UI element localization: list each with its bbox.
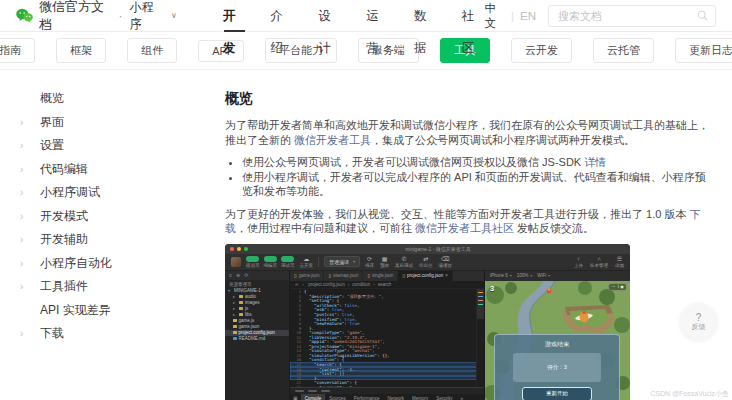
- search-input[interactable]: [556, 9, 697, 23]
- toggle-label: 调试器: [281, 263, 295, 268]
- sidebar-item[interactable]: › API 实现差异: [0, 299, 211, 323]
- sidebar-item[interactable]: › 工具插件: [0, 275, 211, 299]
- cloud-label: 云开发: [300, 263, 314, 268]
- minimize-window-icon: [237, 247, 241, 251]
- maximize-window-icon: [244, 247, 248, 251]
- nav-item[interactable]: 介绍: [271, 0, 294, 32]
- sidebar-item[interactable]: › 下载: [0, 322, 211, 346]
- chevron-right-icon: ›: [20, 187, 23, 198]
- watermark: CSDN @FossaVuciz小鱼: [650, 389, 729, 399]
- action-icon: ✆: [402, 256, 407, 263]
- editor-tab: {} game.json ×: [290, 271, 324, 281]
- sidebar-item[interactable]: › 代码编辑: [0, 158, 211, 182]
- sidebar-item[interactable]: › 界面: [0, 111, 211, 135]
- detail-link[interactable]: 详情: [584, 156, 606, 168]
- simulator: iPhone 6 ▾ 100% ▾ WiFi ▾: [484, 271, 630, 400]
- toolbar-action: ☰ 详情: [615, 256, 624, 268]
- chevron-right-icon: ›: [20, 164, 23, 175]
- chevron-expanded-icon: ▾: [228, 288, 232, 293]
- action-label: 详情: [615, 263, 624, 268]
- tab-label: sitemap.json: [333, 273, 358, 278]
- devtools-link[interactable]: 微信开发者工具: [294, 134, 371, 146]
- json-file-icon: {}: [402, 273, 405, 278]
- debugger-tab: Console: [301, 394, 326, 400]
- section-tab[interactable]: 云托管: [593, 38, 654, 63]
- section-tab[interactable]: 框架: [56, 38, 106, 63]
- editor-tab: {} project.config.json ×: [398, 271, 453, 281]
- ide-window-title: minigame-1 - 微信开发者工具: [251, 246, 625, 252]
- nav-item[interactable]: 运营: [366, 0, 389, 32]
- devtools-screenshot: minigame-1 - 微信开发者工具 模拟器 编辑器: [225, 244, 630, 400]
- compile-mode-label: 普通编译: [329, 259, 349, 265]
- sidebar-item[interactable]: › 开发辅助: [0, 228, 211, 252]
- chevron-right-icon: ›: [20, 258, 23, 269]
- nav-item[interactable]: 设计: [318, 0, 341, 32]
- toggle-label: 编辑器: [264, 263, 278, 268]
- tab-label: single.json: [372, 273, 393, 278]
- section-tab[interactable]: 更新日志: [675, 38, 732, 63]
- action-label: 清缓存: [439, 263, 453, 268]
- toggle-pill-icon: [264, 256, 277, 262]
- tab-label: project.config.json: [407, 273, 443, 278]
- chevron-right-icon: ›: [20, 117, 23, 128]
- lang-en[interactable]: EN: [520, 10, 536, 22]
- brand[interactable]: 微信官方文档 · 小程序 ∨: [16, 0, 177, 34]
- file-label: game.json: [239, 324, 260, 329]
- community-link[interactable]: 微信开发者工具社区: [415, 222, 514, 234]
- file-label: README.md: [239, 336, 266, 341]
- nav-item[interactable]: 数据: [414, 0, 437, 32]
- debugger-panel: ▣ ConsoleSourcesPerformanceNetworkMemory…: [290, 387, 484, 400]
- nav-item[interactable]: 开发: [223, 0, 246, 32]
- ide-toolbar: 模拟器 编辑器 调试器 ☁ 云开发: [225, 254, 630, 271]
- language-switcher: 中文 | EN: [485, 1, 536, 31]
- sidebar-item-label: 代码编辑: [40, 161, 88, 178]
- section-tab[interactable]: 指南: [0, 38, 35, 63]
- sidebar-item[interactable]: › 开发模式: [0, 205, 211, 229]
- lang-zh[interactable]: 中文: [485, 1, 505, 31]
- sidebar-item-label: API 实现差异: [40, 302, 111, 319]
- paragraph-text: 为了更好的开发体验，我们从视觉、交互、性能等方面对开发者工具进行升级，推出了 1…: [225, 208, 689, 220]
- chevron-right-icon: ▸: [233, 294, 237, 299]
- explorer-title: 资源管理器: [225, 280, 289, 288]
- cloud-dev-button: ☁ 云开发: [300, 256, 314, 268]
- toolbar-actions: ⟳ 编译 ▦ 预览 ✆ 真机调试 ⇄ 切后台: [365, 256, 452, 268]
- feedback-label: 反馈: [692, 323, 706, 331]
- dialog-title: 游戏结束: [545, 340, 569, 349]
- product-switcher[interactable]: 小程序: [129, 0, 162, 33]
- code-editor: {} game.json × {} sitemap.json × {} sing: [290, 271, 484, 400]
- section-tab[interactable]: API: [198, 40, 244, 62]
- bullet-text: 使用公众号网页调试，开发者可以调试微信网页授权以及微信 JS-SDK: [242, 156, 584, 168]
- toolbar-action: ✆ 真机调试: [395, 256, 413, 268]
- debugger-tabs: ▣ ConsoleSourcesPerformanceNetworkMemory…: [290, 394, 484, 400]
- chevron-down-icon: ∨: [171, 11, 177, 20]
- folder-label: libs: [245, 312, 252, 317]
- section-tab[interactable]: 组件: [127, 38, 177, 63]
- explorer-toolbar: ≡⊕⟳: [225, 271, 289, 280]
- debugger-tab: Performance: [350, 394, 384, 400]
- cloud-icon: ☁: [303, 256, 309, 263]
- sidebar-item-label: 小程序自动化: [40, 255, 112, 272]
- nav-item[interactable]: 社区: [462, 0, 485, 32]
- search-icon[interactable]: [697, 7, 708, 25]
- folder-label: images: [245, 300, 260, 305]
- sidebar-item[interactable]: › 小程序调试: [0, 181, 211, 205]
- section-tab[interactable]: 云开发: [511, 38, 572, 63]
- restart-button: 重新开始: [522, 387, 592, 400]
- feedback-button[interactable]: ? 反馈: [680, 303, 717, 340]
- sidebar-item[interactable]: › 设置: [0, 134, 211, 158]
- toggle-pill-icon: [246, 256, 259, 262]
- code-line: 22 "current": -1,: [290, 385, 484, 387]
- ide-titlebar: minigame-1 - 微信开发者工具: [225, 244, 630, 254]
- sidebar-item[interactable]: › 概览: [0, 87, 211, 111]
- action-label: 编译: [365, 263, 374, 268]
- feature-item: 使用小程序调试，开发者可以完成小程序的 API 和页面的开发调试、代码查看和编辑…: [242, 170, 712, 199]
- panel-toggle: 编辑器: [264, 256, 278, 268]
- breadcrumb-segment: condition: [345, 282, 371, 287]
- debugger-tab: »: [457, 394, 468, 400]
- caret-down-icon: ▾: [530, 273, 532, 278]
- chevron-right-icon: ▸: [233, 312, 237, 317]
- action-icon: ⇄: [423, 256, 428, 263]
- more-icon: ＋: [301, 282, 305, 287]
- sidebar-item[interactable]: › 小程序自动化: [0, 252, 211, 276]
- bullet-text: 使用小程序调试，开发者可以完成小程序的 API 和页面的开发调试、代码查看和编辑…: [242, 171, 706, 198]
